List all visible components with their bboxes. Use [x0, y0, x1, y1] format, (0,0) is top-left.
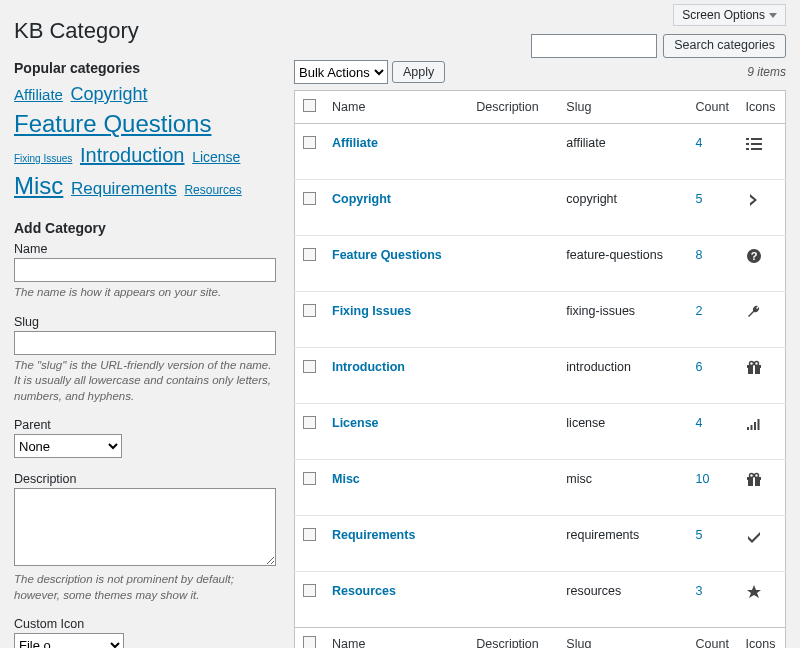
wrench-icon [746, 309, 762, 323]
category-count[interactable]: 3 [688, 572, 738, 628]
slug-help: The "slug" is the URL-friendly version o… [14, 358, 276, 405]
select-all-checkbox-top[interactable] [303, 99, 316, 112]
category-count[interactable]: 10 [688, 460, 738, 516]
caret-down-icon [769, 13, 777, 18]
col-count[interactable]: Count [688, 91, 738, 124]
col-icons-foot: Icons [738, 628, 786, 649]
table-row: Affiliateaffiliate4 [295, 124, 786, 180]
popular-heading: Popular categories [14, 60, 276, 76]
categories-table: Name Description Slug Count Icons Affili… [294, 90, 786, 648]
col-name-foot: Name [324, 628, 468, 649]
popular-tag[interactable]: Copyright [71, 84, 148, 104]
category-name-link[interactable]: Misc [332, 472, 360, 486]
col-slug-foot: Slug [558, 628, 687, 649]
description-textarea[interactable] [14, 488, 276, 566]
row-checkbox[interactable] [303, 248, 316, 261]
description-help: The description is not prominent by defa… [14, 572, 276, 603]
col-slug[interactable]: Slug [558, 91, 687, 124]
category-count[interactable]: 8 [688, 236, 738, 292]
category-desc [468, 572, 558, 628]
check-icon [746, 533, 762, 547]
custom-icon-select[interactable]: File o [14, 633, 124, 648]
category-count[interactable]: 2 [688, 292, 738, 348]
search-input[interactable] [531, 34, 657, 58]
gift-icon [746, 365, 762, 379]
category-slug: introduction [558, 348, 687, 404]
category-name-link[interactable]: Affiliate [332, 136, 378, 150]
category-desc [468, 516, 558, 572]
category-slug: requirements [558, 516, 687, 572]
row-checkbox[interactable] [303, 416, 316, 429]
screen-options-label: Screen Options [682, 8, 765, 22]
search-button[interactable]: Search categories [663, 34, 786, 58]
table-row: Resourcesresources3 [295, 572, 786, 628]
category-count[interactable]: 4 [688, 404, 738, 460]
popular-tag[interactable]: License [192, 149, 240, 165]
popular-tag[interactable]: Fixing Issues [14, 153, 72, 164]
popular-tag[interactable]: Misc [14, 172, 63, 199]
row-checkbox[interactable] [303, 360, 316, 373]
apply-button-top[interactable]: Apply [392, 61, 445, 83]
category-name-link[interactable]: Requirements [332, 528, 415, 542]
category-count[interactable]: 5 [688, 516, 738, 572]
parent-label: Parent [14, 418, 276, 432]
items-count-top: 9 items [747, 65, 786, 79]
parent-select[interactable]: None [14, 434, 122, 458]
popular-tag[interactable]: Affiliate [14, 86, 63, 103]
screen-options-button[interactable]: Screen Options [673, 4, 786, 26]
col-name[interactable]: Name [324, 91, 468, 124]
category-name-link[interactable]: Fixing Issues [332, 304, 411, 318]
name-help: The name is how it appears on your site. [14, 285, 276, 301]
category-desc [468, 404, 558, 460]
category-desc [468, 180, 558, 236]
row-checkbox[interactable] [303, 136, 316, 149]
bulk-actions-select-top[interactable]: Bulk Actions [294, 60, 388, 84]
category-name-link[interactable]: Feature Questions [332, 248, 442, 262]
custom-icon-label: Custom Icon [14, 617, 276, 631]
list-icon [746, 141, 762, 155]
table-row: Copyrightcopyright5 [295, 180, 786, 236]
row-checkbox[interactable] [303, 584, 316, 597]
star-icon [746, 589, 762, 603]
select-all-checkbox-bottom[interactable] [303, 636, 316, 648]
popular-tag[interactable]: Introduction [80, 144, 185, 166]
category-name-link[interactable]: Resources [332, 584, 396, 598]
category-name-link[interactable]: Introduction [332, 360, 405, 374]
category-slug: misc [558, 460, 687, 516]
category-count[interactable]: 4 [688, 124, 738, 180]
row-checkbox[interactable] [303, 472, 316, 485]
table-row: Miscmisc10 [295, 460, 786, 516]
popular-tag[interactable]: Requirements [71, 179, 177, 198]
popular-tag[interactable]: Feature Questions [14, 110, 211, 137]
category-slug: fixing-issues [558, 292, 687, 348]
table-row: Introductionintroduction6 [295, 348, 786, 404]
row-checkbox[interactable] [303, 528, 316, 541]
slug-input[interactable] [14, 331, 276, 355]
name-input[interactable] [14, 258, 276, 282]
category-slug: copyright [558, 180, 687, 236]
category-name-link[interactable]: Copyright [332, 192, 391, 206]
table-row: Fixing Issuesfixing-issues2 [295, 292, 786, 348]
description-label: Description [14, 472, 276, 486]
row-checkbox[interactable] [303, 304, 316, 317]
row-checkbox[interactable] [303, 192, 316, 205]
name-label: Name [14, 242, 276, 256]
category-desc [468, 292, 558, 348]
category-desc [468, 348, 558, 404]
gift-icon [746, 477, 762, 491]
category-desc [468, 124, 558, 180]
category-count[interactable]: 6 [688, 348, 738, 404]
signal-icon [746, 421, 762, 435]
table-row: Requirementsrequirements5 [295, 516, 786, 572]
category-count[interactable]: 5 [688, 180, 738, 236]
category-slug: feature-questions [558, 236, 687, 292]
table-row: Feature Questionsfeature-questions8 [295, 236, 786, 292]
category-desc [468, 460, 558, 516]
category-name-link[interactable]: License [332, 416, 379, 430]
category-desc [468, 236, 558, 292]
col-desc[interactable]: Description [468, 91, 558, 124]
col-desc-foot: Description [468, 628, 558, 649]
popular-tag[interactable]: Resources [184, 183, 241, 197]
category-slug: affiliate [558, 124, 687, 180]
category-slug: license [558, 404, 687, 460]
